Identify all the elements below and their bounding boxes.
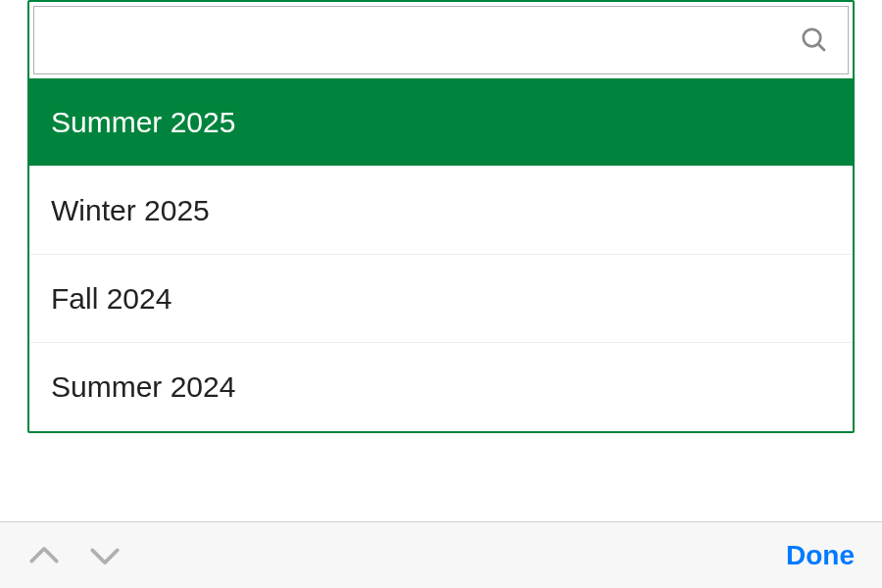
options-list: Summer 2025 Winter 2025 Fall 2024 Summer…: [29, 78, 853, 431]
term-select-dropdown: Summer 2025 Winter 2025 Fall 2024 Summer…: [27, 0, 855, 433]
keyboard-accessory-bar: Done: [0, 521, 882, 588]
option-item[interactable]: Summer 2025: [29, 78, 853, 167]
option-label: Winter 2025: [51, 194, 210, 227]
search-row: [33, 6, 849, 74]
option-label: Summer 2025: [51, 106, 235, 139]
search-input[interactable]: [48, 7, 795, 74]
option-label: Summer 2024: [51, 370, 235, 404]
option-item[interactable]: Summer 2024: [29, 343, 853, 431]
search-icon[interactable]: [795, 21, 834, 60]
done-label: Done: [786, 540, 855, 570]
option-item[interactable]: Fall 2024: [29, 255, 853, 343]
done-button[interactable]: Done: [786, 540, 855, 571]
chevron-up-icon[interactable]: [27, 542, 61, 569]
svg-line-1: [818, 44, 824, 50]
option-item[interactable]: Winter 2025: [29, 167, 853, 255]
option-label: Fall 2024: [51, 282, 172, 316]
chevron-down-icon[interactable]: [88, 542, 122, 569]
nav-arrows: [27, 542, 122, 569]
